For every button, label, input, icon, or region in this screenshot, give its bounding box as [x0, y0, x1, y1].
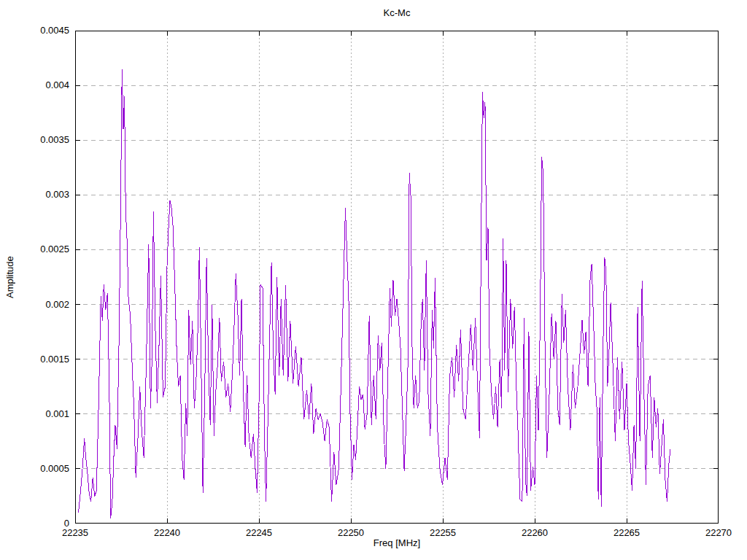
x-tick-label: 22270 [705, 528, 732, 538]
y-tick-label: 0.0005 [0, 464, 69, 474]
y-tick-label: 0.0045 [0, 26, 69, 36]
y-axis-label: Amplitude [3, 31, 16, 524]
x-tick-label: 22255 [430, 528, 456, 538]
x-tick-label: 22240 [154, 528, 180, 538]
x-tick-label: 22260 [522, 528, 548, 538]
y-tick-label: 0 [0, 518, 69, 529]
x-tick-label: 22235 [62, 528, 88, 538]
y-tick-label: 0.0035 [0, 135, 69, 145]
plot-border [76, 31, 719, 524]
y-tick-label: 0.0025 [0, 244, 69, 254]
x-tick-label: 22265 [614, 528, 640, 538]
x-axis-label: Freq [MHz] [75, 537, 719, 548]
x-tick-label: 22245 [246, 528, 272, 538]
chart-window: Kc-Mc Amplitude Freq [MHz] 2223522240222… [0, 0, 747, 560]
plot-area [75, 31, 719, 524]
y-tick-label: 0.003 [0, 190, 69, 200]
y-tick-label: 0.002 [0, 300, 69, 310]
y-tick-label: 0.004 [0, 80, 69, 90]
chart-title: Kc-Mc [75, 7, 719, 18]
x-tick-label: 22250 [338, 528, 364, 538]
y-tick-label: 0.0015 [0, 354, 69, 365]
y-tick-label: 0.001 [0, 409, 69, 419]
